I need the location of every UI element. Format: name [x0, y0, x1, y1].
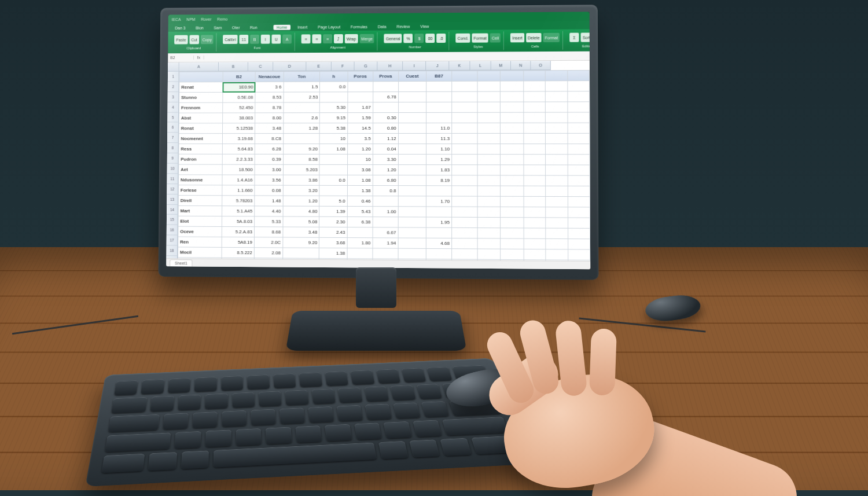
cell[interactable] [452, 227, 477, 238]
cell[interactable] [426, 112, 451, 123]
row-label-cell[interactable]: Direll [178, 196, 222, 206]
cell[interactable]: 8.19 [426, 175, 451, 186]
cell[interactable] [426, 91, 452, 102]
cell[interactable] [546, 112, 568, 123]
row-header[interactable]: 2 [168, 82, 179, 92]
row-header[interactable]: 17 [167, 236, 178, 246]
row-header[interactable]: 10 [167, 164, 179, 174]
cell[interactable]: 1.83 [426, 165, 451, 175]
ribbon-tab-page-layout[interactable]: Page Layout [314, 24, 344, 30]
row-label-cell[interactable]: Nocmennt [179, 134, 222, 144]
cell[interactable] [546, 155, 568, 165]
column-header[interactable]: M [491, 61, 511, 70]
cell[interactable] [546, 249, 568, 260]
table-header-cell[interactable]: Ton [284, 71, 320, 82]
cell[interactable] [546, 165, 568, 175]
row-header[interactable]: 16 [167, 225, 178, 236]
cell[interactable] [501, 175, 524, 186]
cell[interactable]: 5.12538 [222, 123, 255, 134]
cell[interactable] [568, 228, 590, 238]
cell[interactable]: 6.38 [347, 216, 373, 227]
column-header[interactable]: N [511, 61, 531, 70]
cell[interactable] [452, 91, 477, 102]
cell[interactable] [501, 238, 524, 249]
cell[interactable] [524, 196, 546, 207]
sheet-tab[interactable]: Sheet1 [170, 259, 192, 266]
cell[interactable] [319, 154, 347, 164]
cell[interactable] [567, 91, 589, 102]
cell[interactable]: 9.20 [283, 144, 319, 154]
cell[interactable] [319, 164, 347, 175]
cell[interactable] [546, 218, 568, 228]
ribbon-tab-secondary[interactable]: Sam [210, 25, 225, 30]
cell[interactable]: 4.40 [255, 206, 283, 216]
cell[interactable] [284, 102, 320, 113]
column-header[interactable]: J [426, 61, 449, 71]
cell[interactable] [545, 81, 567, 91]
column-header[interactable]: H [377, 61, 403, 71]
cell[interactable]: 3.19.68 [222, 134, 255, 144]
cell[interactable] [398, 155, 426, 165]
cell[interactable]: 1.20 [373, 164, 398, 175]
cell[interactable]: 8.5.222 [222, 247, 254, 258]
cell[interactable] [477, 249, 501, 259]
cell[interactable] [524, 249, 546, 259]
row-label-cell[interactable]: Ronst [179, 123, 222, 134]
column-header[interactable]: D [273, 62, 306, 71]
cell[interactable]: 1E0.90 [223, 82, 255, 92]
ribbon-tab-insert[interactable]: Insert [294, 24, 311, 30]
row-label-cell[interactable]: Frennom [179, 102, 222, 113]
cell[interactable] [426, 81, 452, 91]
cell[interactable] [501, 81, 524, 91]
cell[interactable] [524, 81, 546, 91]
cell[interactable] [524, 228, 546, 238]
table-header-cell[interactable]: Cuest [398, 71, 426, 81]
cell[interactable]: 1.1.660 [222, 185, 255, 196]
cell[interactable]: 6.78 [373, 92, 398, 102]
cell[interactable] [524, 218, 546, 228]
cell[interactable]: 1.29 [426, 155, 451, 165]
ribbon-button[interactable]: 11 [239, 35, 248, 44]
cell[interactable] [568, 197, 590, 207]
cell[interactable]: 5.203 [283, 164, 319, 175]
cell[interactable] [568, 207, 590, 218]
ribbon-button[interactable]: Format [543, 33, 560, 42]
cell[interactable] [524, 102, 546, 112]
ribbon-button[interactable]: Merge [359, 34, 374, 43]
cell[interactable]: 1.12 [373, 133, 398, 144]
ribbon-button[interactable]: A [282, 35, 292, 44]
ribbon-button[interactable]: Wrap [345, 34, 358, 43]
cell[interactable] [348, 92, 373, 102]
table-header-cell[interactable] [545, 71, 567, 81]
cell[interactable] [398, 196, 426, 207]
cell[interactable] [477, 81, 501, 91]
formula-input[interactable] [204, 56, 590, 57]
cell[interactable]: 5.64.83 [222, 144, 255, 154]
cell[interactable] [501, 196, 524, 207]
cell[interactable]: 8.58 [283, 154, 319, 164]
ribbon-button[interactable]: Delete [526, 33, 542, 42]
ribbon-button[interactable]: $ [415, 34, 424, 43]
cell-area[interactable]: B2NenacoueTonhPorosProvaCuestB87Renat1E0… [178, 70, 590, 269]
cell[interactable]: 5.38 [319, 123, 347, 134]
cell[interactable] [477, 196, 501, 207]
row-label-cell[interactable]: Pudron [179, 154, 222, 164]
row-header[interactable]: 4 [167, 102, 179, 113]
cell[interactable] [524, 155, 546, 165]
cell[interactable]: 0.04 [373, 144, 398, 154]
row-header[interactable]: 3 [168, 92, 179, 102]
row-header[interactable]: 8 [167, 143, 179, 153]
cell[interactable] [452, 144, 477, 155]
table-header-cell[interactable] [524, 71, 546, 81]
row-header[interactable]: 11 [167, 174, 178, 184]
cell[interactable]: 0.0 [320, 82, 348, 92]
cell[interactable] [501, 207, 524, 217]
cell[interactable]: 3.56 [255, 175, 283, 185]
cell[interactable]: 1.80 [347, 238, 373, 248]
cell[interactable] [398, 133, 426, 144]
cell[interactable] [452, 238, 477, 249]
cell[interactable]: 1.10 [426, 144, 451, 155]
cell[interactable] [373, 82, 398, 92]
cell[interactable]: 10 [319, 134, 347, 144]
cell[interactable]: 0.8 [373, 186, 398, 196]
